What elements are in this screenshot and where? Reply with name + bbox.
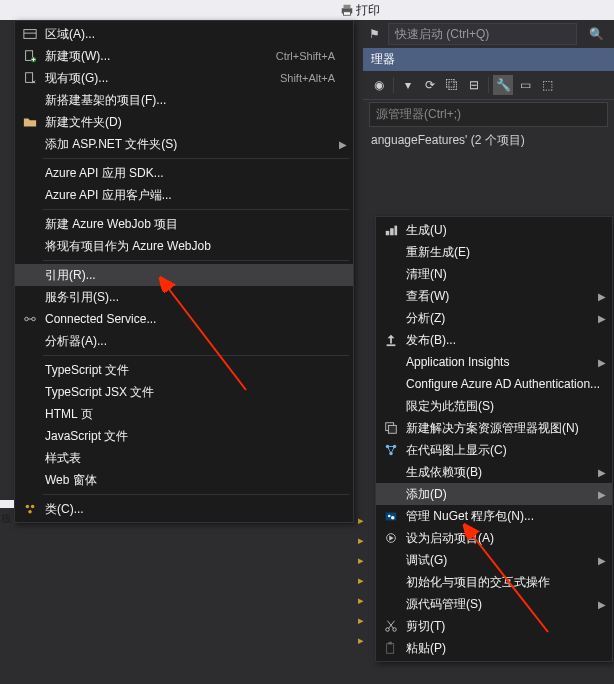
menu-item-label: Configure Azure AD Authentication... <box>402 377 608 391</box>
folder-icon[interactable]: ▸ <box>348 610 374 630</box>
menu-item-label: 管理 NuGet 程序包(N)... <box>402 508 608 525</box>
tree-expand-icon[interactable]: ▸ <box>348 530 374 550</box>
solution-search-input[interactable]: 源管理器(Ctrl+;) <box>369 102 608 127</box>
menu-item-label: 源代码管理(S) <box>402 596 608 613</box>
properties-icon[interactable]: 🔧 <box>493 75 513 95</box>
menu-separator <box>43 494 349 495</box>
menu-item[interactable]: Web 窗体 <box>15 469 353 491</box>
flag-icon[interactable]: ⚑ <box>369 27 380 41</box>
menu-item[interactable]: 新建解决方案资源管理器视图(N) <box>376 417 612 439</box>
menu-item-label: 添加(D) <box>402 486 608 503</box>
menu-item[interactable]: 样式表 <box>15 447 353 469</box>
menu-item-label: 剪切(T) <box>402 618 608 635</box>
folder-icon[interactable]: ▸ <box>348 550 374 570</box>
menu-item[interactable]: 生成依赖项(B)▶ <box>376 461 612 483</box>
copy-icon[interactable]: ⿻ <box>442 75 462 95</box>
svg-rect-7 <box>26 73 33 83</box>
nuget-icon <box>380 509 402 523</box>
menu-item[interactable]: 新建文件夹(D) <box>15 111 353 133</box>
solution-search-placeholder: 源管理器(Ctrl+;) <box>376 107 461 121</box>
menu-item[interactable]: 限定为此范围(S) <box>376 395 612 417</box>
menu-item[interactable]: 生成(U) <box>376 219 612 241</box>
menu-item[interactable]: Application Insights▶ <box>376 351 612 373</box>
showall-icon[interactable]: ▭ <box>515 75 535 95</box>
quick-launch-input[interactable]: 快速启动 (Ctrl+Q) <box>388 23 577 45</box>
menu-item[interactable]: 类(C)... <box>15 498 353 520</box>
menu-item[interactable]: 新搭建基架的项目(F)... <box>15 89 353 111</box>
svg-point-8 <box>25 317 29 321</box>
menu-item[interactable]: 粘贴(P) <box>376 637 612 659</box>
menu-item[interactable]: Azure API 应用客户端... <box>15 184 353 206</box>
menu-item[interactable]: 管理 NuGet 程序包(N)... <box>376 505 612 527</box>
menu-item-label: 新搭建基架的项目(F)... <box>41 92 349 109</box>
submenu-arrow-icon: ▶ <box>598 599 606 610</box>
folder-icon[interactable]: ▸ <box>348 570 374 590</box>
menu-item[interactable]: 重新生成(E) <box>376 241 612 263</box>
menu-item-label: 区域(A)... <box>41 26 349 43</box>
submenu-arrow-icon: ▶ <box>598 555 606 566</box>
menu-item[interactable]: Azure API 应用 SDK... <box>15 162 353 184</box>
menu-item[interactable]: 区域(A)... <box>15 23 353 45</box>
menu-item[interactable]: 初始化与项目的交互式操作 <box>376 571 612 593</box>
paste-icon <box>380 641 402 655</box>
menu-item[interactable]: 分析器(A)... <box>15 330 353 352</box>
menu-item[interactable]: 发布(B)... <box>376 329 612 351</box>
menu-item[interactable]: 查看(W)▶ <box>376 285 612 307</box>
svg-rect-19 <box>388 425 396 433</box>
refresh-icon[interactable]: ⟳ <box>420 75 440 95</box>
menu-item-label: 新建解决方案资源管理器视图(N) <box>402 420 608 437</box>
menu-item[interactable]: 源代码管理(S)▶ <box>376 593 612 615</box>
search-icon[interactable]: 🔍 <box>585 27 608 41</box>
menu-item-label: 在代码图上显示(C) <box>402 442 608 459</box>
menu-item[interactable]: JavaScript 文件 <box>15 425 353 447</box>
menu-item[interactable]: 现有项(G)...Shift+Alt+A <box>15 67 353 89</box>
separator <box>488 77 489 93</box>
menu-item-label: 新建项(W)... <box>41 48 276 65</box>
submenu-arrow-icon: ▶ <box>339 139 347 150</box>
folder-icon[interactable]: ▸ <box>348 590 374 610</box>
menu-item[interactable]: 添加 ASP.NET 文件夹(S)▶ <box>15 133 353 155</box>
collapse-icon[interactable]: ⊟ <box>464 75 484 95</box>
svg-point-12 <box>31 505 35 509</box>
menu-item[interactable]: 引用(R)... <box>15 264 353 286</box>
menu-item[interactable]: 设为启动项目(A) <box>376 527 612 549</box>
menu-item[interactable]: 清理(N) <box>376 263 612 285</box>
side-tab[interactable]: 板 <box>0 500 14 508</box>
menu-item[interactable]: TypeScript 文件 <box>15 359 353 381</box>
menu-separator <box>43 209 349 210</box>
menu-item[interactable]: 剪切(T) <box>376 615 612 637</box>
panel-title: 理器 <box>363 48 614 71</box>
menu-item[interactable]: 服务引用(S)... <box>15 286 353 308</box>
menu-item[interactable]: Configure Azure AD Authentication... <box>376 373 612 395</box>
menu-item-label: 类(C)... <box>41 501 349 518</box>
menu-item[interactable]: 新建项(W)...Ctrl+Shift+A <box>15 45 353 67</box>
menu-item-label: Azure API 应用客户端... <box>41 187 349 204</box>
submenu-arrow-icon: ▶ <box>598 489 606 500</box>
menu-item[interactable]: 调试(G)▶ <box>376 549 612 571</box>
menu-item-label: 发布(B)... <box>402 332 608 349</box>
top-toolbar-strip: 打印 <box>0 0 614 20</box>
newitem-icon <box>19 49 41 63</box>
home-icon[interactable]: ◉ <box>369 75 389 95</box>
cut-icon <box>380 619 402 633</box>
folder-icon[interactable]: ▸ <box>348 630 374 650</box>
menu-item[interactable]: Connected Service... <box>15 308 353 330</box>
preview-icon[interactable]: ⬚ <box>537 75 557 95</box>
solution-node[interactable]: anguageFeatures' (2 个项目) <box>363 129 614 152</box>
menu-item-label: 粘贴(P) <box>402 640 608 657</box>
menu-item-label: 生成(U) <box>402 222 608 239</box>
menu-item[interactable]: 将现有项目作为 Azure WebJob <box>15 235 353 257</box>
menu-shortcut: Shift+Alt+A <box>280 72 349 84</box>
menu-item[interactable]: 在代码图上显示(C) <box>376 439 612 461</box>
menu-item[interactable]: HTML 页 <box>15 403 353 425</box>
menu-item-label: 引用(R)... <box>41 267 349 284</box>
svg-rect-15 <box>390 228 394 235</box>
menu-item[interactable]: TypeScript JSX 文件 <box>15 381 353 403</box>
menu-shortcut: Ctrl+Shift+A <box>276 50 349 62</box>
back-history-icon[interactable]: ▾ <box>398 75 418 95</box>
menu-item-label: JavaScript 文件 <box>41 428 349 445</box>
print-label[interactable]: 打印 <box>356 2 380 19</box>
menu-item[interactable]: 添加(D)▶ <box>376 483 612 505</box>
menu-item[interactable]: 分析(Z)▶ <box>376 307 612 329</box>
menu-item[interactable]: 新建 Azure WebJob 项目 <box>15 213 353 235</box>
